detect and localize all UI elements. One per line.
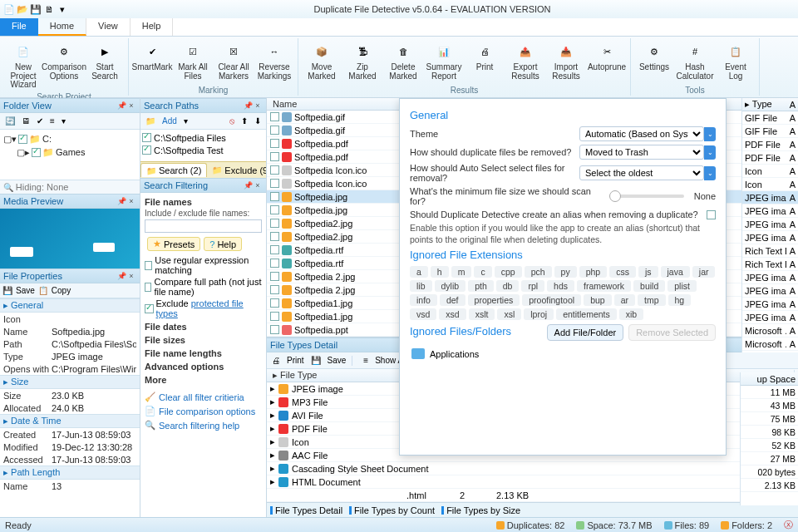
chevron-down-icon[interactable]: ⌄ [704, 166, 716, 180]
search-paths-list[interactable]: C:\Softpedia Files C:\Softpedia Test [140, 130, 266, 161]
ribbon-button[interactable]: ⚙ComparisonOptions [44, 38, 84, 91]
ext-tag[interactable]: dylib [435, 280, 466, 292]
ribbon-button[interactable]: 🖨Print [465, 38, 505, 85]
ext-tag[interactable]: rpl [521, 280, 544, 292]
remove-select[interactable]: Moved to Trash [579, 145, 704, 160]
ext-tag[interactable]: hg [668, 294, 692, 306]
refresh-icon[interactable]: 🔄 [2, 116, 17, 126]
ribbon-button[interactable]: 🗜ZipMarked [342, 38, 382, 85]
ftd-tab-count[interactable]: File Types by Count [349, 505, 435, 515]
opt-regex[interactable]: Use regular expression matching [145, 255, 262, 275]
ext-tag[interactable]: bup [584, 294, 612, 306]
ribbon-button[interactable]: ▶StartSearch [85, 38, 125, 91]
check-icon[interactable]: ✔ [34, 116, 46, 126]
close-icon[interactable]: × [253, 101, 263, 110]
add-button[interactable]: Add [160, 116, 180, 126]
close-icon[interactable]: × [253, 181, 263, 190]
ignored-folders-list[interactable]: Applications [410, 346, 716, 362]
close-icon[interactable]: × [126, 101, 136, 110]
ext-tag[interactable]: lproj [524, 308, 554, 320]
ftd-tab-detail[interactable]: File Types Detail [270, 505, 342, 515]
props-section-header[interactable]: ▸ General [0, 298, 140, 313]
ribbon-button[interactable]: ☑Mark AllFiles [173, 38, 213, 85]
ext-tag[interactable]: xib [619, 308, 643, 320]
pin-icon[interactable]: 📌 [243, 181, 253, 190]
ext-tag[interactable]: entitlements [556, 308, 617, 320]
up-icon[interactable]: ⬆ [239, 116, 250, 126]
ext-tag[interactable]: pth [468, 280, 494, 292]
folder-tree[interactable]: ▢▾📁C: ▢▸📁Games [0, 130, 140, 180]
showall-icon[interactable]: ≡ [361, 355, 371, 366]
del-icon[interactable]: ⦸ [227, 116, 237, 127]
link-help[interactable]: 🔍Search filtering help [145, 419, 262, 431]
ribbon-button[interactable]: 📋EventLog [716, 38, 756, 85]
ext-tag[interactable]: php [579, 266, 608, 278]
ribbon-button[interactable]: ☒Clear AllMarkers [214, 38, 254, 85]
folder-add-icon[interactable]: 📁 [143, 116, 158, 126]
alias-checkbox[interactable] [707, 210, 716, 219]
ext-tag[interactable]: build [633, 280, 665, 292]
qa-open-icon[interactable]: 📂 [17, 3, 28, 15]
ribbon-button[interactable]: ⚙Settings [634, 38, 674, 85]
qa-new-icon[interactable]: 📄 [3, 3, 15, 15]
ftd-tab-size[interactable]: File Types by Size [441, 505, 520, 515]
ext-tag[interactable]: m [451, 266, 472, 278]
ext-tag[interactable]: framework [577, 280, 631, 292]
ext-tag[interactable]: h [431, 266, 449, 278]
ext-tag[interactable]: properties [468, 294, 520, 306]
pin-icon[interactable]: 📌 [116, 197, 126, 205]
ext-tag[interactable]: hds [547, 280, 574, 292]
ext-tag[interactable]: jar [692, 266, 716, 278]
collapse-icon[interactable]: ≡ [47, 116, 57, 126]
ext-tag[interactable]: xslt [469, 308, 495, 320]
ext-tag[interactable]: tmp [638, 294, 666, 306]
ext-tag[interactable]: c [474, 266, 491, 278]
theme-select[interactable]: Automatic (Based on Syste… [579, 126, 704, 141]
minsize-slider[interactable] [609, 195, 684, 198]
save-icon[interactable]: 💾 [308, 355, 323, 366]
ribbon-button[interactable]: ✔SmartMark [132, 38, 172, 85]
filter-input[interactable] [145, 219, 262, 233]
ext-tag[interactable]: py [554, 266, 577, 278]
copy-icon[interactable]: 📋 [38, 286, 48, 295]
print-icon[interactable]: 🖨 [269, 355, 283, 366]
props-section-header[interactable]: ▸ Date & Time [0, 414, 140, 428]
file-menu[interactable]: File [0, 18, 38, 36]
pin-icon[interactable]: 📌 [116, 272, 126, 280]
presets-button[interactable]: ★Presets [147, 237, 200, 251]
ftd-row[interactable]: ▸Cascading Style Sheet Document [267, 462, 798, 475]
qa-save-icon[interactable]: 💾 [30, 3, 42, 15]
tab-help[interactable]: Help [131, 18, 174, 36]
ribbon-button[interactable]: #HashCalculator [675, 38, 715, 85]
tab-search[interactable]: 📁Search (2) [140, 163, 207, 177]
props-section-header[interactable]: ▸ Size [0, 375, 140, 389]
ext-tag[interactable]: a [410, 266, 428, 278]
tab-home[interactable]: Home [38, 18, 86, 36]
chevron-down-icon[interactable]: ⌄ [704, 127, 716, 141]
ext-tag[interactable]: info [410, 294, 437, 306]
ext-tag[interactable]: db [496, 280, 520, 292]
ext-tag[interactable]: plist [667, 280, 697, 292]
pc-icon[interactable]: 🖥 [19, 116, 32, 126]
ext-tag[interactable]: pch [525, 266, 552, 278]
qa-dropdown-icon[interactable]: ▾ [57, 3, 68, 15]
ribbon-button[interactable]: ↔ReverseMarkings [254, 38, 294, 85]
ext-tag[interactable]: lib [410, 280, 432, 292]
autoselect-select[interactable]: Select the oldest [579, 165, 704, 180]
ftd-row[interactable]: ▸HTML Document [267, 475, 798, 489]
close-icon[interactable]: × [126, 272, 136, 280]
help-button[interactable]: ?Help [204, 237, 242, 251]
ribbon-button[interactable]: 📥ImportResults [546, 38, 586, 85]
ext-tag[interactable]: proofingtool [522, 294, 581, 306]
qa-doc-icon[interactable]: 🗎 [43, 3, 55, 15]
ext-tag[interactable]: java [661, 266, 690, 278]
props-section-header[interactable]: ▸ Path Length [0, 466, 140, 480]
pin-icon[interactable]: 📌 [243, 101, 253, 110]
remove-selected-button[interactable]: Remove Selected [628, 324, 716, 341]
ext-tag[interactable]: ar [614, 294, 635, 306]
add-file-folder-button[interactable]: Add File/Folder [547, 324, 624, 341]
ext-tag[interactable]: vsd [410, 308, 436, 320]
ribbon-button[interactable]: 📄New ProjectWizard [3, 38, 43, 91]
ext-tag[interactable]: def [440, 294, 466, 306]
ext-tag[interactable]: css [609, 266, 636, 278]
